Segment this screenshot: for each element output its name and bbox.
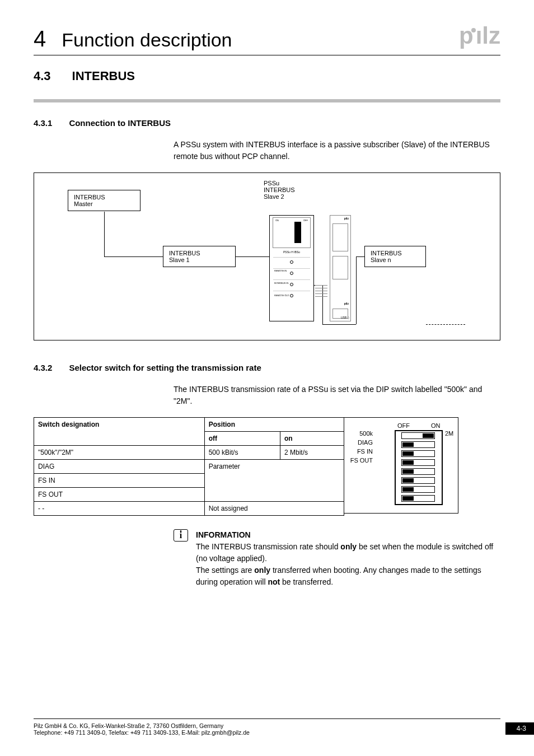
info-line2e: be transferred. — [280, 577, 333, 586]
td-name: FS IN — [34, 474, 205, 488]
info-line1a: The INTERBUS transmission rate should — [196, 542, 340, 551]
subsection-heading-2: 4.3.2 Selector switch for setting the tr… — [34, 363, 500, 372]
info-line1b: only — [340, 542, 357, 551]
td-on: 2 Mbit/s — [280, 446, 344, 460]
diagram-module-top: ON OFF — [273, 217, 311, 248]
dip-slot-5 — [401, 468, 435, 475]
pilz-tiny-logo2: pilz — [332, 302, 349, 305]
diagram-master-label: INTERBUS Master — [74, 194, 105, 207]
dip-body — [395, 430, 443, 505]
switch-table-wrap: Switch designation Position off on "500k… — [34, 417, 500, 516]
subsection-number-2: 4.3.2 — [34, 363, 52, 372]
dip-on-label: ON — [431, 422, 441, 429]
info-line2a: The settings are — [196, 566, 254, 575]
info-icon: i — [174, 529, 188, 542]
dip-slot-1 — [401, 432, 435, 439]
diagram-line — [356, 256, 364, 257]
dip-slot-2 — [401, 441, 435, 448]
td-off: 500 kBit/s — [204, 446, 280, 460]
diagram-master-box: INTERBUS Master — [68, 190, 140, 211]
page-footer: Pilz GmbH & Co. KG, Felix-Wankel-Straße … — [34, 718, 500, 736]
io-led-block — [332, 223, 348, 251]
switch-table: Switch designation Position off on "500k… — [34, 417, 344, 516]
information-callout: i INFORMATION The INTERBUS transmission … — [174, 529, 500, 588]
section-heading: 4.3 INTERBUS — [34, 69, 500, 83]
diagram-ports: REMOTE IN INTERBUS IN REMOTE OUT — [273, 257, 310, 302]
dip-fsin-label: FS IN — [357, 448, 373, 455]
table-row: "500k"/"2M" 500 kBit/s 2 Mbit/s — [34, 446, 344, 460]
footer-address: Pilz GmbH & Co. KG, Felix-Wankel-Straße … — [34, 722, 250, 729]
page-header: 4 Function description pılz — [34, 22, 500, 55]
table-row: DIAG Parameter — [34, 460, 344, 474]
th-on: on — [280, 432, 344, 446]
chapter-number: 4 — [34, 26, 46, 52]
diagram-line — [322, 324, 356, 325]
diagram-dip-icon — [294, 222, 301, 243]
info-text: INFORMATION The INTERBUS transmission ra… — [196, 529, 500, 588]
diagram-slave2-label: PSSu INTERBUS Slave 2 — [264, 180, 295, 200]
td-name: DIAG — [34, 460, 205, 474]
diagram-slave1-box: INTERBUS Slave 1 — [163, 246, 236, 267]
usb-label: USB ▯ — [341, 316, 349, 319]
dip-fsout-label: FS OUT — [350, 457, 373, 464]
section-rule — [34, 99, 500, 102]
diagram-line — [356, 256, 357, 324]
paragraph-1: A PSSu system with INTERBUS interface is… — [174, 139, 500, 162]
dip-slot-3 — [401, 450, 435, 457]
diagram-dashed-line — [426, 324, 465, 325]
dip-off-label: OFF — [397, 422, 410, 429]
diagram-io-module: pilz pilz — [330, 215, 351, 321]
info-line2d: not — [268, 577, 280, 586]
dip-slot-6 — [401, 477, 435, 484]
info-line2b: only — [254, 566, 270, 575]
chapter-title-block: 4 Function description — [34, 26, 232, 52]
table-row: - - Not assigned — [34, 502, 344, 516]
subsection-title-2: Selector switch for setting the transmis… — [69, 363, 261, 372]
td-na: Not assigned — [204, 502, 344, 516]
td-name: - - — [34, 502, 205, 516]
diagram-slaven-box: INTERBUS Slave n — [364, 246, 426, 267]
td-name: "500k"/"2M" — [34, 446, 205, 460]
diagram-base-lines — [315, 285, 327, 297]
dip-slot-8 — [401, 495, 435, 502]
info-title: INFORMATION — [196, 529, 500, 541]
diagram-line — [104, 212, 105, 256]
dip-switch-illustration: OFF ON 500k 2M DIAG FS IN FS OUT — [344, 417, 458, 514]
diagram-slave1-label: INTERBUS Slave 1 — [169, 250, 200, 263]
diagram-module-name: PSSu H IBSo — [270, 250, 313, 254]
diagram-slaven-label: INTERBUS Slave n — [371, 250, 402, 263]
diagram-line — [104, 256, 163, 257]
paragraph-2: The INTERBUS transmission rate of a PSSu… — [174, 384, 500, 407]
section-number: 4.3 — [34, 69, 51, 83]
subsection-number: 4.3.1 — [34, 118, 52, 128]
dip-500k-label: 500k — [359, 430, 373, 437]
td-param: Parameter — [204, 460, 344, 502]
subsection-heading-1: 4.3.1 Connection to INTERBUS — [34, 118, 500, 128]
pilz-logo: pılz — [459, 22, 500, 52]
subsection-title: Connection to INTERBUS — [69, 118, 171, 128]
dip-off-tiny: OFF — [303, 219, 308, 222]
dip-on-tiny: ON — [275, 219, 279, 222]
io-term-block1 — [332, 256, 348, 279]
dip-diag-label: DIAG — [358, 439, 373, 446]
interbus-topology-diagram: INTERBUS Master INTERBUS Slave 1 INTERBU… — [34, 172, 500, 340]
dip-slot-7 — [401, 486, 435, 493]
th-position: Position — [204, 418, 344, 432]
td-name: FS OUT — [34, 488, 205, 502]
page-number-badge: 4-3 — [505, 722, 534, 735]
th-switch: Switch designation — [34, 418, 205, 446]
footer-contact: Pilz GmbH & Co. KG, Felix-Wankel-Straße … — [34, 722, 250, 736]
diagram-head-module: ON OFF PSSu H IBSo REMOTE IN INTERBUS IN… — [269, 215, 314, 321]
footer-phone-email: Telephone: +49 711 3409-0, Telefax: +49 … — [34, 729, 250, 736]
diagram-line — [236, 256, 269, 257]
th-off: off — [204, 432, 280, 446]
table-row: Switch designation Position — [34, 418, 344, 432]
pilz-tiny-logo: pilz — [332, 217, 349, 220]
dip-2m-label: 2M — [445, 430, 453, 437]
section-title: INTERBUS — [72, 69, 135, 83]
dip-slot-4 — [401, 459, 435, 466]
chapter-name: Function description — [62, 29, 232, 51]
